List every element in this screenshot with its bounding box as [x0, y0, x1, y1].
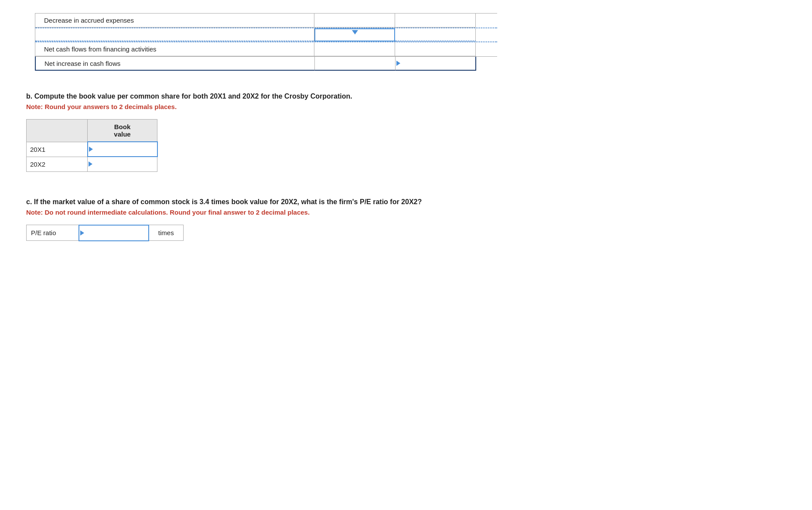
- empty-header: [27, 120, 88, 142]
- table-row: 20X1: [27, 142, 157, 157]
- table-row-financing: Net cash flows from financing activities: [35, 42, 497, 56]
- right-arrow-icon: [80, 230, 84, 236]
- input-cell-dotted-2[interactable]: [395, 28, 476, 41]
- pe-ratio-input[interactable]: [79, 225, 149, 241]
- right-arrow-icon: [396, 61, 400, 66]
- pe-ratio-label: P/E ratio: [27, 225, 79, 241]
- section-b-label: b. Compute the book value per common sha…: [26, 92, 786, 100]
- times-label: times: [149, 225, 184, 241]
- table-row-net-increase: Net increase in cash flows: [35, 56, 497, 71]
- pe-ratio-row: P/E ratio times: [27, 225, 184, 241]
- cash-flow-table: Decrease in accrued expenses: [35, 13, 497, 71]
- right-arrow-icon: [89, 161, 92, 167]
- row-label: Decrease in accrued expenses: [35, 14, 314, 27]
- section-b-note: Note: Round your answers to 2 decimals p…: [26, 103, 786, 110]
- row-20x2-label: 20X2: [27, 157, 88, 171]
- section-c: c. If the market value of a share of com…: [26, 198, 786, 241]
- down-arrow-icon: [352, 30, 358, 34]
- input-netincrease-2[interactable]: [396, 57, 476, 71]
- row-20x1-input[interactable]: [88, 142, 157, 157]
- right-arrow-icon: [89, 147, 93, 152]
- page-container: Decrease in accrued expenses: [0, 0, 812, 272]
- input-netincrease-1[interactable]: [315, 57, 396, 71]
- section-c-label: c. If the market value of a share of com…: [26, 198, 786, 206]
- financing-label: Net cash flows from financing activities: [35, 42, 314, 56]
- input-cell-2[interactable]: [395, 14, 476, 27]
- dotted-label: [35, 28, 314, 41]
- row-20x2-input[interactable]: [88, 157, 157, 171]
- input-cell-dotted-1[interactable]: [314, 28, 395, 41]
- book-value-table: Book value 20X1 20X2: [26, 119, 158, 172]
- pe-ratio-table: P/E ratio times: [26, 225, 184, 241]
- cash-flow-section: Decrease in accrued expenses: [26, 13, 786, 71]
- net-increase-label: Net increase in cash flows: [36, 57, 315, 71]
- book-value-header: Book value: [88, 120, 157, 142]
- input-financing-1[interactable]: [314, 42, 395, 56]
- section-b: b. Compute the book value per common sha…: [26, 92, 786, 172]
- table-row: Decrease in accrued expenses: [35, 13, 497, 27]
- section-c-note: Note: Do not round intermediate calculat…: [26, 209, 786, 216]
- table-row: 20X2: [27, 157, 157, 171]
- input-cell-1[interactable]: [314, 14, 395, 27]
- input-financing-2[interactable]: [395, 42, 476, 56]
- table-row-dotted: [35, 27, 497, 42]
- row-20x1-label: 20X1: [27, 142, 88, 157]
